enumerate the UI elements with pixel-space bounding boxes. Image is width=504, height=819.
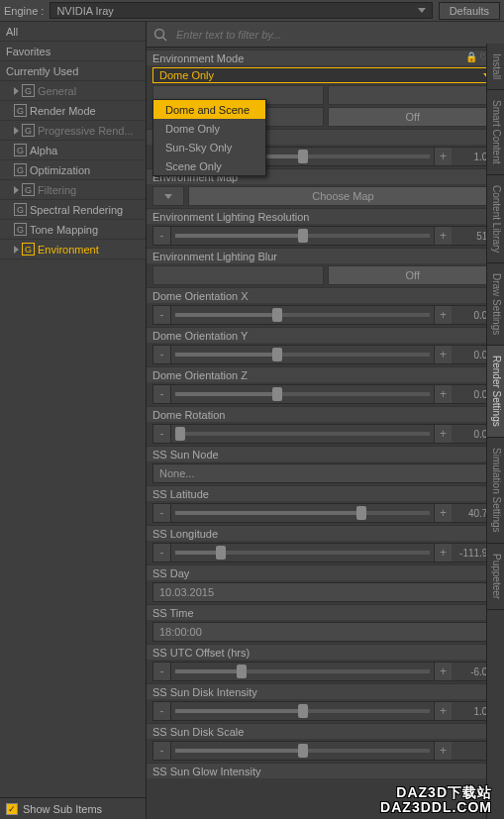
menu-item[interactable]: Scene Only xyxy=(153,156,265,175)
slider[interactable]: -+0.00 xyxy=(152,384,498,404)
sidebar: AllFavoritesCurrently UsedGGeneralGRende… xyxy=(0,22,147,819)
slider[interactable]: -+0.00 xyxy=(152,424,498,444)
g-icon: G xyxy=(22,183,35,196)
expand-icon xyxy=(14,127,19,135)
slider-track[interactable] xyxy=(175,749,430,753)
slider-track[interactable] xyxy=(175,353,430,357)
right-tab[interactable]: Content Library xyxy=(487,175,504,263)
minus-button[interactable]: - xyxy=(153,346,171,363)
plus-button[interactable]: + xyxy=(434,306,452,324)
minus-button[interactable]: - xyxy=(153,702,171,720)
minus-button[interactable]: - xyxy=(153,227,171,245)
minus-button[interactable]: - xyxy=(153,663,171,680)
toggle-row: Off xyxy=(152,265,498,285)
sidebar-item[interactable]: GOptimization xyxy=(0,160,146,180)
slider[interactable]: -+-111.90 xyxy=(152,543,498,563)
plus-button[interactable]: + xyxy=(434,425,452,443)
slider[interactable]: -+512 xyxy=(152,226,498,246)
plus-button[interactable]: + xyxy=(434,504,452,522)
right-tab[interactable]: Puppeteer xyxy=(487,544,504,610)
minus-button[interactable]: - xyxy=(153,425,171,443)
toggle-option[interactable] xyxy=(152,265,324,285)
search-input[interactable] xyxy=(174,27,498,43)
slider-track[interactable] xyxy=(175,669,430,673)
expand-icon xyxy=(14,186,19,194)
env-mode-dropdown[interactable]: Dome Only xyxy=(152,67,498,83)
slider[interactable]: -+40.76 xyxy=(152,503,498,523)
minus-button[interactable]: - xyxy=(153,385,171,403)
plus-button[interactable]: + xyxy=(434,385,452,403)
param-header: Environment Lighting Resolution⚙ xyxy=(147,208,504,224)
plus-button[interactable]: + xyxy=(434,544,452,562)
sidebar-item[interactable]: Favorites xyxy=(0,42,146,61)
scroll-area[interactable]: Environment Mode 🔒 ♡ ⚙ Dome Only OffEnvi… xyxy=(147,48,504,819)
slider-track[interactable] xyxy=(175,313,430,317)
param-title: Environment Lighting Blur xyxy=(152,251,277,262)
sidebar-item[interactable]: GTone Mapping xyxy=(0,220,146,240)
slider[interactable]: -+0.00 xyxy=(152,305,498,325)
checkbox-icon: ✓ xyxy=(6,803,18,815)
plus-button[interactable]: + xyxy=(434,702,452,720)
map-menu-button[interactable] xyxy=(152,186,184,206)
slider[interactable]: -+ xyxy=(152,741,498,761)
slider-track[interactable] xyxy=(175,234,430,238)
slider-track[interactable] xyxy=(175,392,430,396)
slider[interactable]: -+-6.00 xyxy=(152,662,498,681)
lock-icon[interactable]: 🔒 xyxy=(465,51,477,64)
main-area: AllFavoritesCurrently UsedGGeneralGRende… xyxy=(0,22,504,819)
sidebar-item[interactable]: GProgressive Rend... xyxy=(0,121,146,141)
param-header: SS Sun Node⚙ xyxy=(147,446,504,461)
show-sub-items[interactable]: ✓ Show Sub Items xyxy=(0,797,146,819)
slider-track[interactable] xyxy=(175,432,430,436)
toggle-option[interactable]: Off xyxy=(328,265,499,285)
sidebar-item[interactable]: Currently Used xyxy=(0,61,146,81)
minus-button[interactable]: - xyxy=(153,544,171,562)
plus-button[interactable]: + xyxy=(434,148,452,165)
menu-item[interactable]: Sun-Sky Only xyxy=(153,138,265,156)
slider-track[interactable] xyxy=(175,511,430,515)
sidebar-item[interactable]: GEnvironment xyxy=(0,240,146,259)
right-tab[interactable]: Simulation Settings xyxy=(487,438,504,544)
sidebar-item[interactable]: GSpectral Rendering xyxy=(0,200,146,220)
show-sub-items-label: Show Sub Items xyxy=(23,803,102,815)
sidebar-item[interactable]: All xyxy=(0,22,146,42)
text-field[interactable]: None... xyxy=(152,463,498,483)
defaults-button[interactable]: Defaults xyxy=(439,2,500,20)
minus-button[interactable]: - xyxy=(153,306,171,324)
plus-button[interactable]: + xyxy=(434,227,452,245)
env-mode-value: Dome Only xyxy=(159,69,214,81)
text-field[interactable]: 10.03.2015 xyxy=(152,582,498,602)
menu-item[interactable]: Dome Only xyxy=(153,119,265,138)
toggle-option[interactable]: Off xyxy=(328,107,499,127)
sidebar-item[interactable]: GGeneral xyxy=(0,81,146,101)
minus-button[interactable]: - xyxy=(153,504,171,522)
sidebar-item[interactable]: GAlpha xyxy=(0,141,146,160)
param-title: SS Sun Glow Intensity xyxy=(152,766,260,777)
plus-button[interactable]: + xyxy=(434,742,452,760)
plus-button[interactable]: + xyxy=(434,346,452,363)
text-field[interactable]: 18:00:00 xyxy=(152,622,498,642)
sidebar-item[interactable]: GRender Mode xyxy=(0,101,146,121)
expand-icon xyxy=(14,87,19,95)
slider-track[interactable] xyxy=(175,709,430,713)
right-tab[interactable]: Install xyxy=(487,44,504,90)
sidebar-item-label: Optimization xyxy=(30,164,90,176)
minus-button[interactable]: - xyxy=(153,742,171,760)
plus-button[interactable]: + xyxy=(434,663,452,680)
right-tab[interactable]: Draw Settings xyxy=(487,263,504,346)
right-tab[interactable]: Smart Content xyxy=(487,90,504,174)
slider[interactable]: -+0.00 xyxy=(152,345,498,364)
slider[interactable]: -+1.00 xyxy=(152,701,498,721)
slider-track[interactable] xyxy=(175,551,430,555)
menu-item[interactable]: Dome and Scene xyxy=(153,100,265,119)
expand-icon xyxy=(14,246,19,254)
sidebar-item[interactable]: GFiltering xyxy=(0,180,146,200)
sidebar-item-label: Currently Used xyxy=(6,65,78,77)
right-tab[interactable]: Render Settings xyxy=(487,346,504,438)
toggle-option[interactable] xyxy=(328,85,499,105)
choose-button[interactable]: Choose Map xyxy=(188,186,498,206)
sidebar-item-label: Environment xyxy=(38,244,99,256)
svg-line-1 xyxy=(163,37,167,41)
search-icon[interactable] xyxy=(152,27,168,43)
engine-select[interactable]: NVIDIA Iray xyxy=(50,2,432,19)
